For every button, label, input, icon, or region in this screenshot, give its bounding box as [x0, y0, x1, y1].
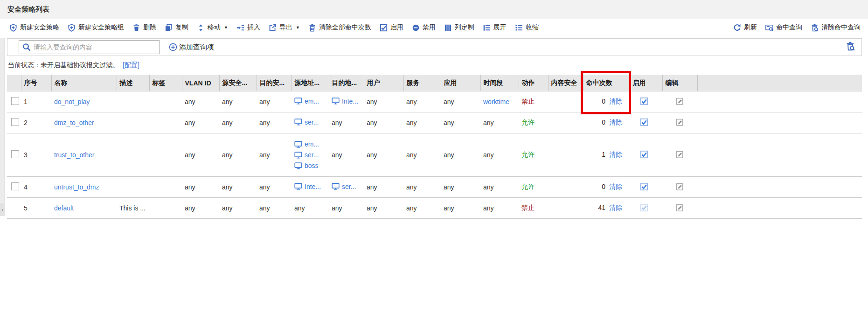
cell-time: any	[480, 177, 519, 198]
copy-button[interactable]: 复制	[165, 23, 188, 32]
table-header-row: 序号 名称 描述 标签 VLAN ID 源安全... 目的安... 源地址...…	[7, 75, 862, 91]
hit-query-button[interactable]: 命中查询	[765, 23, 802, 32]
cell-service: any	[403, 91, 441, 112]
policy-name-link[interactable]: do_not_play	[54, 98, 90, 105]
cell-content-security	[548, 177, 583, 198]
cell-dst-addr: Inte...	[329, 91, 364, 112]
cell-src-addr: Inte...	[292, 177, 329, 198]
button-label: 命中查询	[776, 23, 802, 32]
dst-address-link[interactable]: ser...	[332, 182, 356, 190]
header-src-zone: 源安全...	[219, 75, 257, 91]
cell-dst-addr: any	[329, 112, 364, 133]
add-query-button[interactable]: 添加查询项	[169, 43, 214, 52]
table-row: 3 trust_to_other any any any em... ser..…	[7, 133, 862, 177]
policy-name-link[interactable]: dmz_to_other	[54, 119, 94, 126]
monitor-icon	[332, 182, 340, 190]
src-address-link[interactable]: em...	[294, 140, 326, 148]
new-policy-group-button[interactable]: 新建安全策略组	[68, 23, 124, 32]
monitor-icon	[294, 182, 302, 190]
cell-hit-count: 0清除	[583, 177, 630, 198]
edit-icon[interactable]	[675, 97, 684, 105]
expand-button[interactable]: 展开	[483, 23, 507, 32]
column-customize-button[interactable]: 列定制	[444, 23, 474, 32]
disable-button[interactable]: 禁用	[412, 23, 436, 32]
edit-icon[interactable]	[675, 203, 684, 212]
search-input[interactable]	[31, 43, 159, 51]
insert-button[interactable]: 插入	[236, 23, 260, 32]
row-checkbox[interactable]	[11, 150, 19, 158]
button-label: 刷新	[744, 23, 757, 32]
clear-hits-link[interactable]: 清除	[609, 204, 622, 211]
row-checkbox[interactable]	[11, 182, 19, 190]
cell-src-addr: em... ser... boss	[292, 133, 329, 177]
edit-icon[interactable]	[675, 182, 684, 191]
edit-icon[interactable]	[675, 150, 684, 159]
enabled-checkbox[interactable]	[640, 150, 648, 159]
src-address-link[interactable]: ser...	[294, 151, 326, 159]
time-range-link[interactable]: worktime	[483, 98, 509, 105]
button-label: 列定制	[455, 23, 474, 32]
header-tag: 标签	[149, 75, 182, 91]
enabled-checkbox[interactable]	[640, 118, 648, 126]
enabled-checkbox[interactable]	[640, 182, 648, 191]
clear-hit-query-button[interactable]: 清除命中查询	[811, 23, 861, 32]
cell-no: 4	[21, 177, 51, 198]
src-address-link[interactable]: boss	[294, 162, 326, 170]
table-row: 2 dmz_to_other any any any ser... any an…	[7, 112, 862, 133]
trash-search-icon	[846, 42, 855, 51]
config-link[interactable]: [配置]	[123, 61, 139, 70]
chevron-left-icon: ‹	[1, 206, 3, 213]
policy-name-link[interactable]: trust_to_other	[54, 151, 94, 159]
add-query-label: 添加查询项	[179, 43, 214, 52]
clear-search-query-button[interactable]	[846, 42, 855, 53]
collapse-list-icon	[515, 24, 523, 32]
row-checkbox[interactable]	[11, 118, 19, 126]
policy-name-link[interactable]: untrust_to_dmz	[54, 183, 99, 191]
clear-hits-link[interactable]: 清除	[609, 151, 622, 158]
src-address-link[interactable]: Inte...	[294, 182, 321, 190]
cell-src-zone: any	[219, 133, 257, 177]
row-checkbox[interactable]	[11, 97, 19, 105]
button-label: 展开	[493, 23, 507, 32]
refresh-button[interactable]: 刷新	[733, 23, 757, 32]
src-address-link[interactable]: em...	[294, 97, 319, 105]
cell-user: any	[364, 177, 403, 198]
clear-hits-link[interactable]: 清除	[609, 183, 622, 190]
header-select	[7, 75, 21, 91]
cell-user: any	[364, 133, 403, 177]
clear-hits-link[interactable]: 清除	[609, 98, 622, 105]
enabled-checkbox-disabled	[640, 203, 648, 212]
cell-dst-addr: ser...	[329, 177, 364, 198]
cell-desc	[117, 177, 149, 198]
cell-content-security	[548, 198, 583, 219]
cell-time: any	[480, 198, 519, 219]
new-policy-button[interactable]: 新建安全策略	[9, 23, 59, 32]
export-button[interactable]: 导出 ▼	[269, 23, 300, 32]
cell-service: any	[403, 177, 441, 198]
move-button[interactable]: 移动 ▼	[197, 23, 228, 32]
panel-collapse-handle[interactable]: ‹	[0, 203, 5, 216]
clear-hit-query-icon	[811, 24, 819, 32]
collapse-button[interactable]: 收缩	[515, 23, 539, 32]
header-filler	[697, 75, 862, 91]
cell-vlan: any	[182, 112, 219, 133]
header-no: 序号	[21, 75, 51, 91]
clear-all-hits-button[interactable]: 清除全部命中次数	[308, 23, 371, 32]
dst-address-link[interactable]: Inte...	[332, 97, 358, 105]
cell-filler	[697, 198, 862, 219]
header-enable: 启用	[630, 75, 662, 91]
hit-count-value: 1	[602, 151, 605, 158]
edit-icon[interactable]	[675, 118, 684, 126]
button-label: 清除全部命中次数	[319, 23, 371, 32]
address-label: boss	[305, 162, 319, 169]
search-box[interactable]	[19, 40, 160, 54]
delete-button[interactable]: 删除	[132, 23, 156, 32]
enable-button[interactable]: 启用	[380, 23, 403, 32]
policy-name-link[interactable]: default	[54, 204, 74, 212]
clear-hits-link[interactable]: 清除	[609, 119, 622, 126]
cell-app: any	[441, 91, 480, 112]
src-address-link[interactable]: ser...	[294, 118, 319, 126]
cell-no: 1	[21, 91, 51, 112]
enabled-checkbox[interactable]	[640, 97, 648, 105]
src-address-list: em... ser... boss	[294, 140, 326, 170]
